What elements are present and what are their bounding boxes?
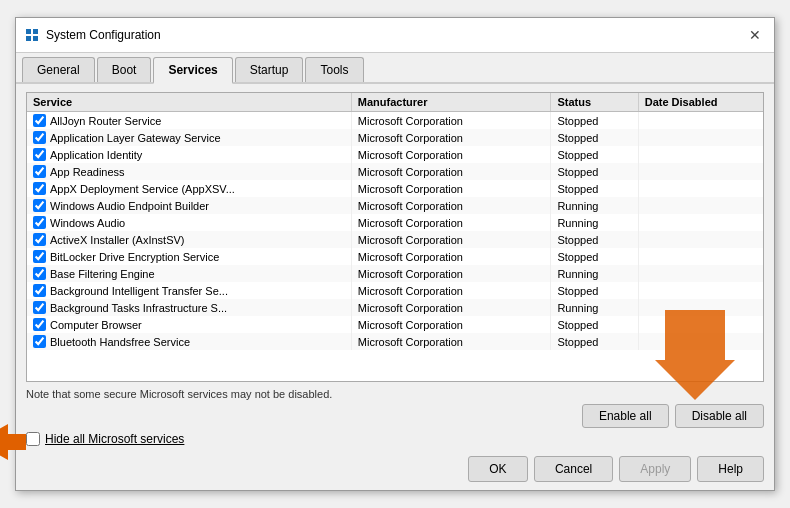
service-manufacturer: Microsoft Corporation [351, 265, 551, 282]
service-status: Running [551, 214, 638, 231]
service-status: Running [551, 197, 638, 214]
service-manufacturer: Microsoft Corporation [351, 197, 551, 214]
hide-microsoft-services-row: Hide all Microsoft services [26, 432, 184, 446]
service-date-disabled [638, 316, 763, 333]
table-row[interactable]: Windows Audio Endpoint BuilderMicrosoft … [27, 197, 763, 214]
service-date-disabled [638, 163, 763, 180]
service-date-disabled [638, 282, 763, 299]
service-name: AppX Deployment Service (AppXSV... [50, 183, 235, 195]
orange-arrow-left [0, 424, 26, 463]
table-row[interactable]: Computer BrowserMicrosoft CorporationSto… [27, 316, 763, 333]
service-manufacturer: Microsoft Corporation [351, 163, 551, 180]
header-status[interactable]: Status [551, 93, 638, 112]
hide-microsoft-services-label: Hide all Microsoft services [45, 432, 184, 446]
service-date-disabled [638, 197, 763, 214]
window-title: System Configuration [46, 28, 161, 42]
table-row[interactable]: ActiveX Installer (AxInstSV)Microsoft Co… [27, 231, 763, 248]
svg-rect-1 [33, 29, 38, 34]
service-status: Stopped [551, 282, 638, 299]
table-row[interactable]: AllJoyn Router ServiceMicrosoft Corporat… [27, 112, 763, 130]
title-bar: System Configuration ✕ [16, 18, 774, 53]
svg-marker-4 [0, 424, 26, 460]
service-status: Stopped [551, 163, 638, 180]
tab-general[interactable]: General [22, 57, 95, 82]
service-manufacturer: Microsoft Corporation [351, 231, 551, 248]
table-row[interactable]: App ReadinessMicrosoft CorporationStoppe… [27, 163, 763, 180]
close-button[interactable]: ✕ [744, 24, 766, 46]
service-manufacturer: Microsoft Corporation [351, 333, 551, 350]
help-button[interactable]: Help [697, 456, 764, 482]
apply-button[interactable]: Apply [619, 456, 691, 482]
services-table-container[interactable]: Service Manufacturer Status Date Disable… [26, 92, 764, 382]
service-date-disabled [638, 231, 763, 248]
service-name: Bluetooth Handsfree Service [50, 336, 190, 348]
svg-rect-3 [33, 36, 38, 41]
service-date-disabled [638, 112, 763, 130]
service-checkbox-0[interactable] [33, 114, 46, 127]
table-row[interactable]: Base Filtering EngineMicrosoft Corporati… [27, 265, 763, 282]
disable-all-button[interactable]: Disable all [675, 404, 764, 428]
tab-tools[interactable]: Tools [305, 57, 363, 82]
tab-startup[interactable]: Startup [235, 57, 304, 82]
table-row[interactable]: Background Tasks Infrastructure S...Micr… [27, 299, 763, 316]
table-row[interactable]: Windows AudioMicrosoft CorporationRunnin… [27, 214, 763, 231]
ok-button[interactable]: OK [468, 456, 528, 482]
service-checkbox-5[interactable] [33, 199, 46, 212]
cancel-button[interactable]: Cancel [534, 456, 613, 482]
table-row[interactable]: AppX Deployment Service (AppXSV...Micros… [27, 180, 763, 197]
table-row[interactable]: Application Layer Gateway ServiceMicroso… [27, 129, 763, 146]
service-manufacturer: Microsoft Corporation [351, 112, 551, 130]
service-name: Base Filtering Engine [50, 268, 155, 280]
tab-boot[interactable]: Boot [97, 57, 152, 82]
bottom-actions: Hide all Microsoft services [26, 428, 764, 446]
service-checkbox-6[interactable] [33, 216, 46, 229]
service-manufacturer: Microsoft Corporation [351, 214, 551, 231]
service-date-disabled [638, 180, 763, 197]
service-name: Background Tasks Infrastructure S... [50, 302, 227, 314]
service-status: Stopped [551, 248, 638, 265]
service-date-disabled [638, 333, 763, 350]
hide-microsoft-services-checkbox[interactable] [26, 432, 40, 446]
services-table: Service Manufacturer Status Date Disable… [27, 93, 763, 350]
service-status: Stopped [551, 112, 638, 130]
service-checkbox-13[interactable] [33, 335, 46, 348]
service-status: Stopped [551, 180, 638, 197]
service-name: Application Layer Gateway Service [50, 132, 221, 144]
table-row[interactable]: Bluetooth Handsfree ServiceMicrosoft Cor… [27, 333, 763, 350]
service-checkbox-3[interactable] [33, 165, 46, 178]
service-manufacturer: Microsoft Corporation [351, 248, 551, 265]
service-name: App Readiness [50, 166, 125, 178]
service-status: Running [551, 299, 638, 316]
service-checkbox-1[interactable] [33, 131, 46, 144]
service-manufacturer: Microsoft Corporation [351, 146, 551, 163]
service-name: Background Intelligent Transfer Se... [50, 285, 228, 297]
service-checkbox-7[interactable] [33, 233, 46, 246]
service-checkbox-12[interactable] [33, 318, 46, 331]
tab-content: Service Manufacturer Status Date Disable… [16, 84, 774, 490]
table-row[interactable]: Application IdentityMicrosoft Corporatio… [27, 146, 763, 163]
service-checkbox-2[interactable] [33, 148, 46, 161]
dialog-buttons: OK Cancel Apply Help [26, 456, 764, 482]
enable-all-button[interactable]: Enable all [582, 404, 669, 428]
service-checkbox-10[interactable] [33, 284, 46, 297]
service-checkbox-11[interactable] [33, 301, 46, 314]
service-status: Running [551, 265, 638, 282]
service-date-disabled [638, 299, 763, 316]
service-manufacturer: Microsoft Corporation [351, 316, 551, 333]
tab-bar: General Boot Services Startup Tools [16, 53, 774, 84]
service-name: ActiveX Installer (AxInstSV) [50, 234, 185, 246]
service-checkbox-9[interactable] [33, 267, 46, 280]
service-name: BitLocker Drive Encryption Service [50, 251, 219, 263]
service-name: Computer Browser [50, 319, 142, 331]
services-note: Note that some secure Microsoft services… [26, 388, 764, 400]
table-row[interactable]: BitLocker Drive Encryption ServiceMicros… [27, 248, 763, 265]
header-date-disabled[interactable]: Date Disabled [638, 93, 763, 112]
table-row[interactable]: Background Intelligent Transfer Se...Mic… [27, 282, 763, 299]
service-checkbox-8[interactable] [33, 250, 46, 263]
service-name: Application Identity [50, 149, 142, 161]
header-manufacturer[interactable]: Manufacturer [351, 93, 551, 112]
service-checkbox-4[interactable] [33, 182, 46, 195]
table-header-row: Service Manufacturer Status Date Disable… [27, 93, 763, 112]
header-service[interactable]: Service [27, 93, 351, 112]
tab-services[interactable]: Services [153, 57, 232, 84]
